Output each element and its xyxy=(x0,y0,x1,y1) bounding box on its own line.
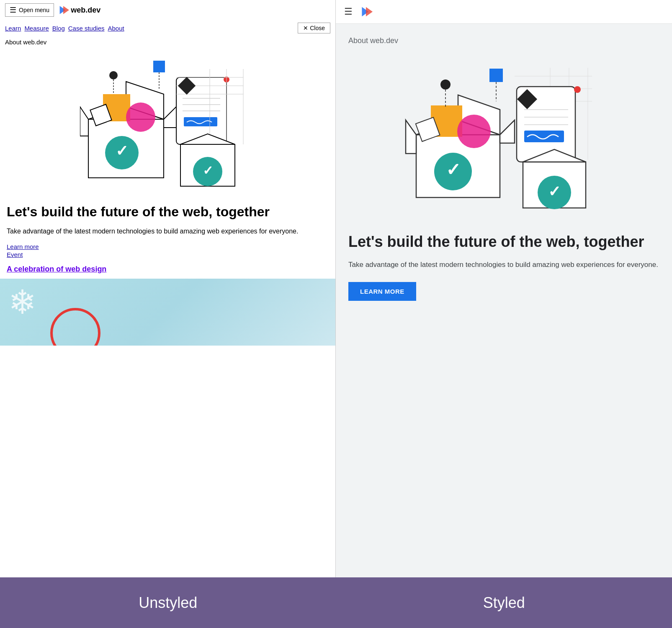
left-nav: Learn Measure Blog Case studies About ✕ … xyxy=(0,20,335,36)
close-icon: ✕ xyxy=(303,25,308,31)
svg-text:✓: ✓ xyxy=(116,142,128,159)
left-bottom-strip: ❄ xyxy=(0,279,335,346)
left-header: ☰ Open menu web.dev xyxy=(0,0,335,20)
svg-text:✓: ✓ xyxy=(445,160,460,179)
unstyled-label: Unstyled xyxy=(139,594,197,612)
right-header: ☰ xyxy=(336,0,672,24)
right-illustration-svg: ✓ xyxy=(404,59,605,218)
menu-button-label: Open menu xyxy=(19,7,49,13)
right-illustration: ✓ xyxy=(348,55,659,223)
illustration-svg: ✓ xyxy=(80,52,256,195)
logo-link[interactable]: web.dev xyxy=(57,4,100,16)
svg-marker-31 xyxy=(80,107,88,136)
right-text-content: Let's build the future of the web, toget… xyxy=(336,233,672,313)
red-circle-decoration xyxy=(50,308,100,346)
nav-link-learn[interactable]: Learn xyxy=(5,25,21,32)
svg-text:✓: ✓ xyxy=(202,164,213,177)
learn-more-button[interactable]: LEARN MORE xyxy=(348,282,416,301)
svg-marker-32 xyxy=(164,107,176,128)
unstyled-label-box: Unstyled xyxy=(0,577,336,628)
svg-point-10 xyxy=(109,71,118,79)
right-content: About web.dev ✓ xyxy=(336,24,672,223)
nav-link-about[interactable]: About xyxy=(108,25,124,32)
close-label: Close xyxy=(310,25,325,31)
svg-point-58 xyxy=(574,86,581,93)
right-panel: ☰ About web.dev xyxy=(336,0,672,577)
left-panel: ☰ Open menu web.dev Learn Measure Blog C… xyxy=(0,0,336,577)
celebration-link[interactable]: A celebration of web design xyxy=(7,265,106,273)
learn-more-link[interactable]: Learn more xyxy=(7,243,329,250)
left-links: Learn more Event xyxy=(7,243,329,258)
snowflake-decoration: ❄ xyxy=(8,283,36,322)
right-logo-icon xyxy=(359,5,373,18)
svg-text:✓: ✓ xyxy=(548,183,561,200)
close-button[interactable]: ✕ Close xyxy=(298,23,330,33)
right-hamburger-icon[interactable]: ☰ xyxy=(344,6,353,17)
nav-link-case-studies[interactable]: Case studies xyxy=(68,25,105,32)
left-content: Let's build the future of the web, toget… xyxy=(0,199,335,279)
styled-label-box: Styled xyxy=(336,577,672,628)
svg-rect-18 xyxy=(184,117,217,126)
svg-point-43 xyxy=(440,79,451,90)
left-description: Take advantage of the latest modern tech… xyxy=(7,226,329,236)
nav-link-blog[interactable]: Blog xyxy=(52,25,65,32)
site-name: web.dev xyxy=(71,6,100,15)
menu-button[interactable]: ☰ Open menu xyxy=(5,3,54,17)
svg-point-6 xyxy=(126,103,155,132)
svg-point-39 xyxy=(457,115,491,148)
bottom-labels: Unstyled Styled xyxy=(0,577,672,628)
svg-marker-64 xyxy=(406,120,416,154)
svg-rect-45 xyxy=(489,69,503,82)
event-link[interactable]: Event xyxy=(7,251,329,258)
svg-marker-65 xyxy=(500,120,515,143)
left-heading: Let's build the future of the web, toget… xyxy=(7,204,329,220)
svg-marker-34 xyxy=(366,7,373,16)
hamburger-icon: ☰ xyxy=(10,5,16,15)
left-illustration: ✓ xyxy=(0,48,335,199)
right-about-text: About web.dev xyxy=(348,36,659,45)
right-heading: Let's build the future of the web, toget… xyxy=(348,233,659,251)
logo-icon xyxy=(57,4,69,16)
svg-marker-1 xyxy=(63,6,69,14)
right-description: Take advantage of the latest modern tech… xyxy=(348,259,659,270)
nav-link-measure[interactable]: Measure xyxy=(24,25,49,32)
styled-label: Styled xyxy=(483,594,525,612)
svg-rect-12 xyxy=(153,61,165,72)
left-about-text: About web.dev xyxy=(0,36,335,48)
